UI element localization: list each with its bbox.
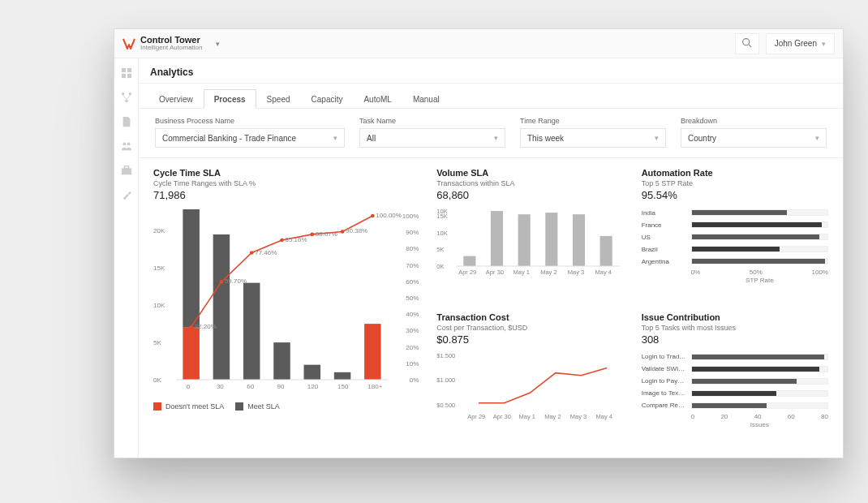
- chevron-down-icon[interactable]: ▾: [216, 40, 220, 48]
- legend-label: Meet SLA: [247, 402, 280, 411]
- users-icon[interactable]: [120, 140, 133, 153]
- filter-time-range: Time Range This week ▾: [520, 117, 666, 148]
- card-subtitle: Top 5 Tasks with most Issues: [642, 324, 828, 332]
- hbar-label: Compare Reques..: [642, 402, 686, 409]
- document-icon[interactable]: [120, 115, 133, 128]
- filter-label: Breakdown: [681, 117, 827, 125]
- automation-axis: 0% 50% 100%: [691, 269, 828, 276]
- hbar-row: US: [642, 232, 828, 242]
- hbar-fill: [692, 391, 777, 396]
- svg-rect-34: [600, 236, 612, 266]
- svg-rect-30: [491, 211, 503, 266]
- chevron-down-icon: ▾: [822, 40, 826, 48]
- dashboard-icon[interactable]: [120, 67, 133, 80]
- hbar-label: Brazil: [642, 246, 686, 253]
- svg-point-0: [743, 38, 750, 45]
- sidebar: [114, 58, 139, 458]
- hbar-fill: [692, 367, 819, 372]
- hbar-label: India: [642, 209, 686, 217]
- tree-icon[interactable]: [120, 91, 133, 104]
- dashboard-grid: Cycle Time SLA Cycle Time Ranges with SL…: [139, 158, 843, 458]
- hbar-fill: [692, 355, 824, 359]
- hbar-fill: [692, 234, 819, 239]
- hbar-track: [691, 234, 828, 240]
- axis-tick: 50%: [750, 269, 763, 276]
- briefcase-icon[interactable]: [120, 164, 133, 177]
- svg-rect-5: [127, 74, 131, 78]
- hbar-label: France: [642, 221, 686, 229]
- card-subtitle: Top 5 STP Rate: [642, 179, 828, 187]
- card-metric: 95.54%: [642, 189, 828, 201]
- hbar-track: [691, 221, 828, 228]
- search-button[interactable]: [735, 33, 759, 54]
- svg-rect-16: [243, 283, 260, 380]
- tab-overview[interactable]: Overview: [148, 89, 204, 109]
- select-time-range[interactable]: This week ▾: [520, 128, 666, 148]
- cycle-legend: Doesn't meet SLA Meet SLA: [153, 402, 419, 411]
- select-value: Commercial Banking - Trade Finance: [162, 134, 296, 143]
- select-business-process[interactable]: Commercial Banking - Trade Finance ▾: [155, 128, 345, 148]
- svg-point-7: [128, 92, 131, 96]
- svg-point-24: [280, 239, 284, 243]
- svg-rect-13: [183, 328, 200, 380]
- wrench-icon[interactable]: [120, 188, 133, 201]
- svg-point-23: [250, 251, 254, 255]
- card-title: Issue Contribution: [642, 312, 828, 322]
- user-menu-button[interactable]: John Green ▾: [766, 33, 835, 54]
- tab-capacity[interactable]: Capacity: [301, 89, 354, 109]
- card-title: Cycle Time SLA: [153, 168, 419, 178]
- chevron-down-icon: ▾: [655, 134, 659, 142]
- svg-rect-29: [464, 256, 476, 266]
- filter-label: Time Range: [520, 117, 666, 125]
- svg-point-22: [220, 280, 224, 284]
- tab-process[interactable]: Process: [204, 89, 256, 109]
- tab-manual[interactable]: Manual: [402, 89, 450, 109]
- brand[interactable]: Control Tower Intelligent Automation ▾: [122, 36, 220, 52]
- hbar-row: Validate SWIFT: [642, 364, 828, 374]
- tab-automl[interactable]: AutoML: [353, 89, 402, 109]
- hbar-fill: [692, 222, 823, 227]
- svg-rect-14: [183, 209, 200, 328]
- axis-tick: 20: [720, 413, 728, 420]
- search-icon: [741, 37, 752, 50]
- svg-point-6: [121, 92, 124, 96]
- hbar-fill: [692, 210, 787, 215]
- filter-task-name: Task Name All ▾: [359, 117, 505, 148]
- card-volume-sla: Volume SLA Transactions within SLA 68,86…: [436, 168, 623, 304]
- card-metric: 308: [642, 333, 828, 346]
- hbar-label: Argentina: [642, 258, 686, 265]
- chevron-down-icon: ▾: [333, 134, 337, 142]
- svg-rect-15: [213, 234, 230, 380]
- svg-point-10: [127, 142, 130, 145]
- hbar-row: Image to Text via..: [642, 389, 828, 398]
- select-breakdown[interactable]: Country ▾: [681, 128, 827, 148]
- card-subtitle: Cycle Time Ranges with SLA %: [153, 179, 419, 187]
- card-automation-rate: Automation Rate Top 5 STP Rate 95.54% In…: [642, 168, 828, 304]
- brand-logo-icon: [122, 37, 135, 50]
- hbar-fill: [692, 259, 825, 264]
- hbar-row: Compare Reques..: [642, 401, 828, 411]
- hbar-label: Validate SWIFT: [642, 365, 686, 372]
- svg-rect-11: [121, 168, 131, 174]
- app-subtitle: Intelligent Automation: [140, 45, 203, 51]
- user-name: John Green: [775, 39, 817, 48]
- volume-chart: 0K5K10K15K10KApr 29Apr 30May 1May 2May 3…: [436, 206, 623, 279]
- svg-rect-20: [364, 324, 381, 380]
- card-subtitle: Transactions within SLA: [436, 179, 623, 187]
- tab-speed[interactable]: Speed: [256, 89, 301, 109]
- select-task-name[interactable]: All ▾: [359, 128, 505, 148]
- hbar-track: [691, 246, 828, 252]
- filter-breakdown: Breakdown Country ▾: [681, 117, 827, 148]
- hbar-row: Brazil: [642, 244, 828, 254]
- swatch-fail-icon: [153, 402, 161, 411]
- filter-bar: Business Process Name Commercial Banking…: [139, 109, 843, 158]
- hbar-label: Login to Payment..: [642, 377, 686, 385]
- card-title: Volume SLA: [436, 168, 623, 178]
- hbar-track: [691, 258, 828, 264]
- card-issue-contribution: Issue Contribution Top 5 Tasks with most…: [642, 312, 828, 449]
- issues-axis: 0 20 40 60 80: [691, 413, 828, 420]
- svg-rect-12: [124, 166, 128, 169]
- hbar-fill: [692, 403, 767, 408]
- hbar-label: US: [642, 234, 686, 241]
- hbar-track: [691, 209, 828, 216]
